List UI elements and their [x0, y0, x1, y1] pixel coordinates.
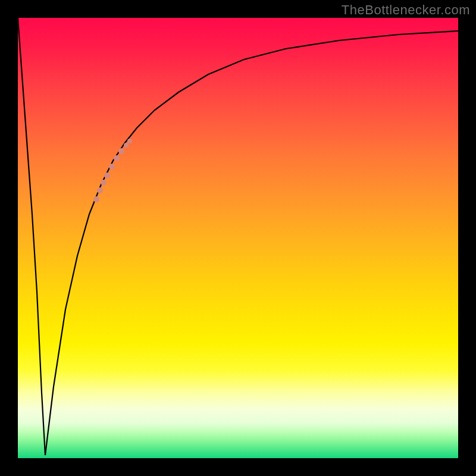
attribution-text: TheBottlenecker.com	[342, 2, 470, 18]
svg-point-4	[109, 164, 115, 170]
svg-point-3	[104, 173, 110, 178]
chart-frame: TheBottlenecker.com	[0, 0, 476, 476]
svg-point-1	[97, 187, 103, 193]
highlighted-dots	[93, 139, 132, 202]
curve-left-falling	[18, 18, 45, 455]
curve-layer	[18, 18, 458, 458]
svg-point-8	[127, 139, 132, 143]
plot-area	[18, 18, 458, 458]
svg-point-6	[118, 148, 124, 154]
svg-point-7	[124, 143, 129, 148]
svg-point-5	[114, 155, 120, 161]
svg-point-2	[101, 180, 107, 186]
curve-right-rising	[45, 31, 458, 455]
svg-point-0	[93, 196, 99, 202]
